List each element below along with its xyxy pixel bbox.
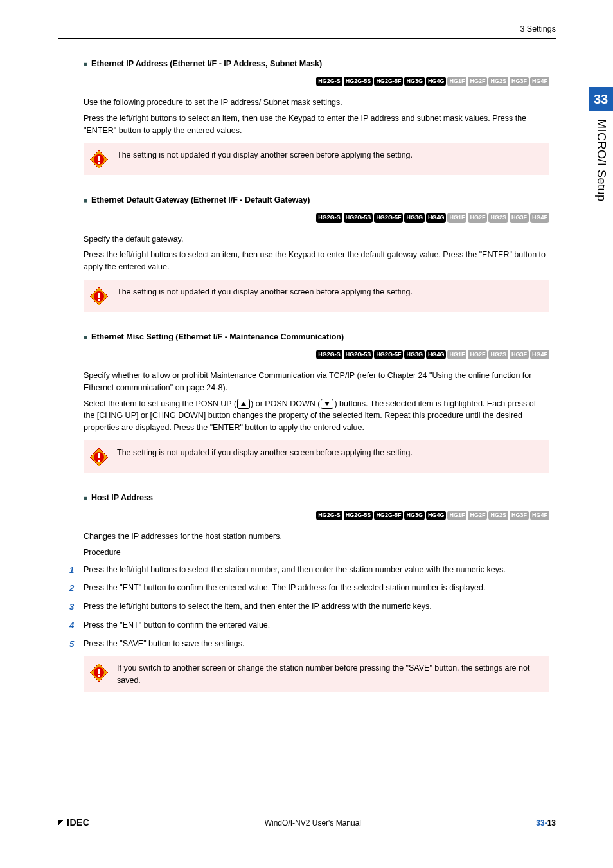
svg-rect-6 — [98, 293, 100, 298]
model-badge: HG3G — [404, 77, 425, 87]
section-title-text: Ethernet Default Gateway (Ethernet I/F -… — [91, 194, 310, 206]
model-badge: HG2F — [468, 77, 487, 87]
text-fragment: ) or POSN DOWN ( — [251, 399, 320, 408]
warning-icon — [89, 662, 109, 683]
bullet-icon: ■ — [84, 59, 87, 69]
paragraph: Use the following procedure to set the I… — [84, 96, 549, 109]
model-badge: HG4F — [530, 77, 549, 87]
model-badge: HG3F — [510, 77, 529, 87]
svg-marker-8 — [241, 402, 246, 406]
page-index: 13 — [547, 818, 556, 827]
model-badge: HG3F — [510, 511, 529, 521]
paragraph: Changes the IP addresses for the host st… — [84, 530, 549, 543]
warning-text: The setting is not updated if you displa… — [117, 285, 413, 298]
model-badge: HG2S — [488, 77, 508, 87]
model-badge: HG1F — [447, 511, 466, 521]
model-badge: HG2G-S — [316, 350, 342, 360]
running-header: 3 Settings — [58, 23, 556, 38]
model-badge: HG2G-S — [316, 213, 342, 223]
warning-icon — [89, 447, 109, 467]
model-badge: HG3F — [510, 213, 529, 223]
bullet-icon: ■ — [84, 332, 87, 342]
svg-rect-2 — [98, 156, 100, 161]
manual-title: WindO/I-NV2 User's Manual — [265, 817, 361, 829]
svg-rect-7 — [98, 299, 100, 301]
paragraph: Press the left/right buttons to select a… — [84, 113, 549, 137]
procedure-list: Press the left/right buttons to select t… — [69, 564, 549, 650]
model-badge: HG4G — [426, 511, 447, 521]
warning-note: If you switch to another screen or chang… — [84, 656, 549, 692]
model-badge: HG1F — [447, 213, 466, 223]
page-number: 33-13 — [536, 817, 556, 829]
model-badge: HG4F — [530, 511, 549, 521]
svg-rect-12 — [98, 453, 100, 458]
warning-text: The setting is not updated if you displa… — [117, 446, 413, 459]
warning-icon — [89, 149, 109, 170]
up-arrow-key-icon — [237, 399, 250, 409]
model-badge: HG2F — [468, 350, 487, 360]
paragraph: Specify whether to allow or prohibit Mai… — [84, 370, 549, 394]
section-heading: ■ Ethernet Misc Setting (Ethernet I/F - … — [84, 331, 549, 343]
section-heading: ■ Host IP Address — [84, 492, 549, 504]
model-badge: HG1F — [447, 77, 466, 87]
footer-rule — [58, 813, 556, 813]
list-item: Press the left/right buttons to select t… — [69, 564, 549, 576]
model-badge: HG2S — [488, 511, 508, 521]
svg-rect-3 — [98, 162, 100, 164]
chapter-title: MICRO/I Setup — [592, 111, 610, 202]
model-badge: HG2S — [488, 213, 508, 223]
model-badge: HG2G-S — [316, 511, 342, 521]
model-badge: HG4F — [530, 213, 549, 223]
warning-text: The setting is not updated if you displa… — [117, 148, 413, 161]
model-badge: HG2S — [488, 350, 508, 360]
down-arrow-key-icon — [321, 399, 333, 409]
model-badge: HG2G-5S — [344, 511, 373, 521]
list-item: Press the "ENT" button to confirm the en… — [69, 582, 549, 594]
model-badge: HG2G-5F — [374, 350, 403, 360]
page-chapter: 33- — [536, 818, 547, 827]
section-heading: ■ Ethernet IP Address (Ethernet I/F - IP… — [84, 58, 549, 70]
logo-mark-icon — [58, 820, 64, 826]
list-item: Press the "ENT" button to confirm the en… — [69, 619, 549, 631]
model-badge: HG2G-5S — [344, 77, 373, 87]
model-badge: HG2G-S — [316, 77, 342, 87]
model-badge: HG2F — [468, 213, 487, 223]
svg-marker-9 — [324, 402, 330, 406]
model-badge: HG2F — [468, 511, 487, 521]
model-badge: HG3G — [404, 511, 425, 521]
svg-rect-16 — [98, 669, 100, 674]
warning-icon — [89, 286, 109, 307]
model-badge: HG3G — [404, 350, 425, 360]
model-badges: HG2G-SHG2G-5SHG2G-5FHG3GHG4GHG1FHG2FHG2S… — [84, 77, 549, 87]
svg-rect-13 — [98, 460, 100, 462]
text-fragment: Select the item to set using the POSN UP… — [84, 399, 236, 408]
paragraph: Press the left/right buttons to select a… — [84, 249, 549, 273]
model-badge: HG3F — [510, 350, 529, 360]
paragraph: Procedure — [84, 547, 549, 559]
model-badge: HG4G — [426, 213, 447, 223]
page-content: ■ Ethernet IP Address (Ethernet I/F - IP… — [58, 58, 556, 692]
model-badge: HG2G-5F — [374, 511, 403, 521]
section-title-text: Ethernet Misc Setting (Ethernet I/F - Ma… — [91, 331, 344, 343]
model-badge: HG4G — [426, 77, 447, 87]
chapter-number: 33 — [589, 87, 613, 111]
section-title-text: Host IP Address — [91, 492, 153, 504]
warning-text: If you switch to another screen or chang… — [117, 661, 544, 687]
warning-note: The setting is not updated if you displa… — [84, 143, 549, 175]
paragraph: Specify the default gateway. — [84, 233, 549, 246]
model-badge: HG4F — [530, 350, 549, 360]
model-badges: HG2G-SHG2G-5SHG2G-5FHG3GHG4GHG1FHG2FHG2S… — [84, 350, 549, 360]
brand-logo: IDEC — [58, 816, 89, 829]
model-badges: HG2G-SHG2G-5SHG2G-5FHG3GHG4GHG1FHG2FHG2S… — [84, 213, 549, 223]
model-badges: HG2G-SHG2G-5SHG2G-5FHG3GHG4GHG1FHG2FHG2S… — [84, 511, 549, 521]
svg-rect-17 — [98, 675, 100, 677]
model-badge: HG2G-5S — [344, 213, 373, 223]
page-footer: IDEC WindO/I-NV2 User's Manual 33-13 — [58, 813, 556, 829]
warning-note: The setting is not updated if you displa… — [84, 280, 549, 312]
paragraph: Select the item to set using the POSN UP… — [84, 398, 549, 434]
model-badge: HG2G-5F — [374, 213, 403, 223]
section-heading: ■ Ethernet Default Gateway (Ethernet I/F… — [84, 194, 549, 206]
section-title-text: Ethernet IP Address (Ethernet I/F - IP A… — [91, 58, 322, 70]
model-badge: HG4G — [426, 350, 447, 360]
model-badge: HG2G-5F — [374, 77, 403, 87]
